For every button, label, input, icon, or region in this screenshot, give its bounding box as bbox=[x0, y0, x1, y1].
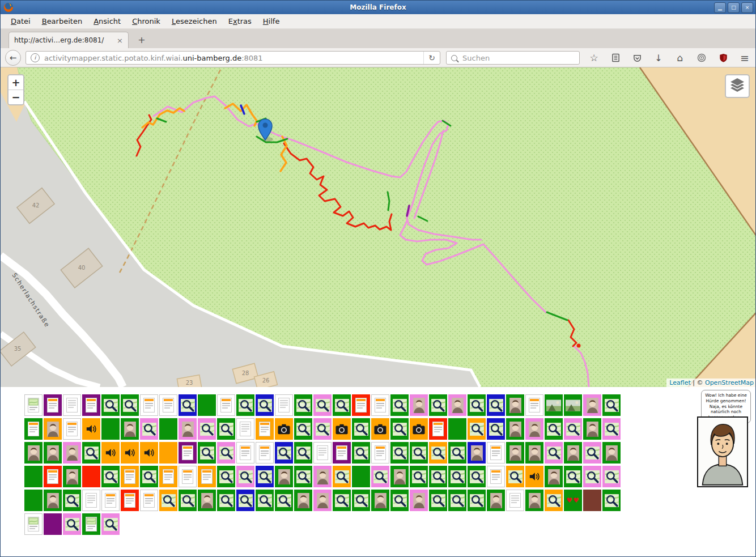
media-tile-map-magnifier-icon[interactable] bbox=[410, 442, 428, 464]
media-tile-document-icon[interactable] bbox=[159, 394, 177, 416]
menu-item-bearbeiten[interactable]: Bearbeiten bbox=[36, 15, 88, 27]
media-tile-map-magnifier-icon[interactable] bbox=[101, 513, 120, 535]
media-tile-map-magnifier-icon[interactable] bbox=[313, 394, 332, 416]
url-bar[interactable]: i activitymapper.static.potato.kinf.wiai… bbox=[26, 51, 440, 65]
media-tile-map-magnifier-icon[interactable] bbox=[236, 394, 254, 416]
media-tile-map-magnifier-icon[interactable] bbox=[217, 490, 235, 511]
media-tile-camera-icon[interactable] bbox=[371, 418, 389, 440]
media-tile-document-icon[interactable] bbox=[429, 418, 447, 440]
pocket-icon[interactable] bbox=[630, 54, 644, 62]
media-tile-map-magnifier-icon[interactable] bbox=[429, 442, 447, 464]
media-tile-map-magnifier-icon[interactable] bbox=[333, 394, 351, 416]
media-tile-portrait-photo-icon[interactable] bbox=[63, 466, 81, 487]
media-tile-portrait-photo-icon[interactable] bbox=[525, 490, 543, 511]
back-button[interactable]: ← bbox=[5, 50, 21, 66]
download-icon[interactable]: ↓ bbox=[651, 53, 666, 63]
media-tile-document-icon[interactable] bbox=[256, 442, 274, 464]
ublock-shield-icon[interactable] bbox=[716, 53, 730, 62]
media-tile-map-magnifier-icon[interactable] bbox=[602, 418, 621, 440]
media-tile-map-magnifier-icon[interactable] bbox=[468, 394, 486, 416]
media-tile-map-magnifier-icon[interactable] bbox=[545, 490, 563, 511]
media-tile-speaker-icon[interactable] bbox=[82, 418, 100, 440]
media-tile-document-icon[interactable] bbox=[63, 418, 81, 440]
home-icon[interactable]: ⌂ bbox=[673, 52, 687, 63]
media-tile-document-icon[interactable] bbox=[487, 466, 505, 487]
media-tile-map-magnifier-icon[interactable] bbox=[179, 394, 197, 416]
media-tile-map-magnifier-icon[interactable] bbox=[217, 418, 235, 440]
media-tile-map-magnifier-icon[interactable] bbox=[198, 442, 216, 464]
media-tile-document-icon[interactable] bbox=[333, 442, 351, 464]
media-tile-map-magnifier-icon[interactable] bbox=[333, 490, 351, 511]
media-tile-document-icon[interactable] bbox=[198, 466, 216, 487]
media-tile-map-magnifier-icon[interactable] bbox=[352, 418, 370, 440]
media-tile-map-magnifier-icon[interactable] bbox=[294, 442, 312, 464]
media-tile-portrait-photo-icon[interactable] bbox=[313, 490, 332, 511]
media-tile-document-icon[interactable] bbox=[256, 418, 274, 440]
media-tile-map-magnifier-icon[interactable] bbox=[121, 394, 139, 416]
media-tile-map-magnifier-icon[interactable] bbox=[333, 466, 351, 487]
media-tile-document-icon[interactable] bbox=[525, 394, 543, 416]
site-info-icon[interactable]: i bbox=[31, 53, 40, 62]
media-tile-portrait-photo-icon[interactable] bbox=[525, 442, 543, 464]
search-input[interactable] bbox=[461, 53, 579, 63]
media-tile-map-magnifier-icon[interactable] bbox=[564, 466, 582, 487]
media-tile-document-icon[interactable] bbox=[82, 394, 100, 416]
media-tile-document-icon[interactable] bbox=[371, 442, 389, 464]
layers-control[interactable] bbox=[725, 74, 750, 98]
media-tile-document-icon[interactable] bbox=[352, 394, 370, 416]
zoom-in-button[interactable]: + bbox=[9, 75, 23, 90]
media-tile-portrait-photo-icon[interactable] bbox=[448, 394, 466, 416]
media-tile-speaker-icon[interactable] bbox=[121, 442, 139, 464]
media-tile-map-magnifier-icon[interactable] bbox=[294, 418, 312, 440]
media-tile-map-magnifier-icon[interactable] bbox=[313, 418, 332, 440]
media-tile-plain[interactable] bbox=[159, 418, 177, 440]
media-tile-document-icon[interactable] bbox=[217, 394, 235, 416]
media-tile-map-magnifier-icon[interactable] bbox=[140, 418, 158, 440]
media-tile-camera-icon[interactable] bbox=[410, 418, 428, 440]
media-tile-camera-icon[interactable] bbox=[275, 418, 293, 440]
media-tile-map-magnifier-icon[interactable] bbox=[506, 466, 524, 487]
media-tile-plain[interactable] bbox=[24, 466, 43, 487]
media-tile-document-icon[interactable] bbox=[179, 442, 197, 464]
media-tile-map-magnifier-icon[interactable] bbox=[602, 394, 621, 416]
media-tile-portrait-photo-icon[interactable] bbox=[44, 490, 62, 511]
media-tile-portrait-photo-icon[interactable] bbox=[602, 442, 621, 464]
hamburger-menu-icon[interactable]: ≡ bbox=[737, 52, 752, 64]
media-tile-note-with-map-icon[interactable] bbox=[82, 513, 100, 535]
media-tile-map-magnifier-icon[interactable] bbox=[602, 490, 621, 511]
media-tile-blank-card-icon[interactable] bbox=[275, 394, 293, 416]
media-tile-blank-card-icon[interactable] bbox=[82, 490, 100, 511]
media-tile-portrait-photo-icon[interactable] bbox=[198, 490, 216, 511]
media-tile-document-icon[interactable] bbox=[24, 418, 43, 440]
media-tile-landscape-photo-icon[interactable] bbox=[545, 394, 563, 416]
media-tile-portrait-photo-icon[interactable] bbox=[44, 442, 62, 464]
media-tile-map-magnifier-icon[interactable] bbox=[294, 466, 312, 487]
media-tile-map-magnifier-icon[interactable] bbox=[275, 442, 293, 464]
media-tile-portrait-photo-icon[interactable] bbox=[371, 490, 389, 511]
media-tile-map-magnifier-icon[interactable] bbox=[545, 418, 563, 440]
media-tile-portrait-photo-icon[interactable] bbox=[179, 418, 197, 440]
media-tile-map-magnifier-icon[interactable] bbox=[63, 513, 81, 535]
media-tile-map-magnifier-icon[interactable] bbox=[352, 442, 370, 464]
media-tile-map-magnifier-icon[interactable] bbox=[256, 490, 274, 511]
menu-item-hilfe[interactable]: Hilfe bbox=[257, 15, 286, 27]
media-tile-speaker-icon[interactable] bbox=[140, 442, 158, 464]
close-button[interactable]: × bbox=[741, 2, 753, 13]
media-tile-hearts-icon[interactable]: ♥♥ bbox=[564, 490, 582, 511]
media-tile-portrait-photo-icon[interactable] bbox=[24, 442, 43, 464]
media-tile-map-magnifier-icon[interactable] bbox=[602, 466, 621, 487]
media-tile-map-magnifier-icon[interactable] bbox=[236, 466, 254, 487]
media-tile-map-magnifier-icon[interactable] bbox=[487, 394, 505, 416]
media-tile-plain[interactable] bbox=[82, 466, 100, 487]
media-tile-map-magnifier-icon[interactable] bbox=[236, 490, 254, 511]
media-tile-document-icon[interactable] bbox=[44, 466, 62, 487]
media-tile-map-magnifier-icon[interactable] bbox=[101, 466, 120, 487]
osm-link[interactable]: OpenStreetMap bbox=[705, 379, 754, 386]
bookmark-star-icon[interactable]: ☆ bbox=[587, 52, 601, 63]
media-tile-plain[interactable] bbox=[24, 490, 43, 511]
media-tile-map-magnifier-icon[interactable] bbox=[63, 490, 81, 511]
media-tile-map-magnifier-icon[interactable] bbox=[448, 490, 466, 511]
media-tile-map-magnifier-icon[interactable] bbox=[390, 418, 409, 440]
media-tile-portrait-photo-icon[interactable] bbox=[564, 442, 582, 464]
media-tile-document-icon[interactable] bbox=[371, 394, 389, 416]
